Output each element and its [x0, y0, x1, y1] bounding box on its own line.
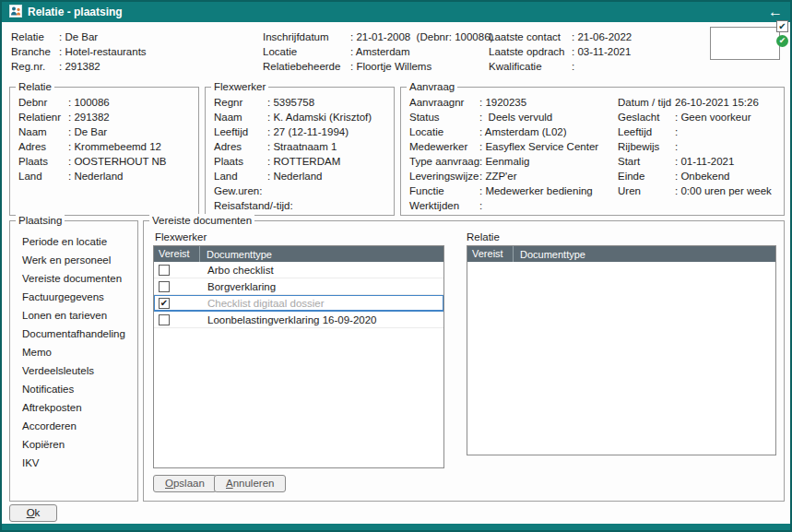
- document-row-arbo-checklist[interactable]: Arbo checklist: [154, 262, 443, 278]
- column-header-documenttype: Documenttype: [200, 249, 272, 260]
- field-locatie: Locatie: Amsterdam (L02): [409, 124, 598, 139]
- field-value: : De Bar: [68, 124, 107, 139]
- field-value: : ZZP'er: [479, 169, 517, 183]
- field-label: Locatie: [409, 124, 479, 139]
- annuleren-button[interactable]: Annuleren: [214, 475, 286, 492]
- menu-item-memo[interactable]: Memo: [14, 343, 136, 361]
- header-column-inschrijving: Inschrijfdatum: 21-01-2008 (Debnr: 10008…: [263, 30, 493, 74]
- header-column-relatie: Relatie: De Bar Branche: Hotel-restauran…: [11, 30, 147, 74]
- field-value: : Straatnaam 1: [267, 139, 337, 154]
- field-value: : Nederland: [68, 169, 123, 183]
- checkbox-cell: [154, 298, 200, 309]
- field-value: : 0:00 uren per week: [675, 183, 772, 198]
- field-value: : Krommebeemd 12: [68, 139, 161, 154]
- table-body: Arbo checklist Borgverklaring Checklist …: [154, 262, 443, 328]
- field-value: : Geen voorkeur: [675, 110, 751, 124]
- menu-item-vereiste-documenten[interactable]: Vereiste documenten: [14, 269, 136, 288]
- field-value: : Nederland: [267, 169, 322, 183]
- aanvraag-fields-left: Aanvraagnr: 1920235 Status: Deels vervul…: [409, 95, 598, 213]
- field-medewerker: Medewerker: Easyflex Service Center: [409, 139, 598, 154]
- field-inschrijfdatum: Inschrijfdatum: 21-01-2008 (Debnr: 10008…: [263, 30, 493, 44]
- relatie-documents-table: Vereist Documenttype: [467, 245, 776, 455]
- field-land: Land: Nederland: [214, 169, 390, 183]
- column-header-vereist: Vereist: [154, 246, 200, 262]
- titlebar: Relatie - plaatsing ←: [2, 2, 790, 22]
- field-label: Land: [18, 169, 68, 183]
- aanvraag-fields-right: Datum / tijd26-10-2021 15:26 Geslacht: G…: [618, 95, 772, 198]
- checkbox-cell: [154, 265, 200, 276]
- back-arrow-icon[interactable]: ←: [768, 5, 783, 19]
- field-laatste-contact: Laatste contact: 21-06-2022: [489, 30, 632, 44]
- vereist-checkbox[interactable]: [159, 265, 170, 276]
- field-label: Naam: [214, 110, 267, 124]
- field-geslacht: Geslacht: Geen voorkeur: [618, 110, 772, 124]
- field-value: : 01-11-2021: [675, 154, 734, 169]
- vereist-checkbox[interactable]: [159, 281, 170, 292]
- window-title: Relatie - plaatsing: [28, 6, 123, 18]
- annuleren-button-label: Annuleren: [226, 478, 274, 489]
- document-name: Arbo checklist: [200, 265, 274, 276]
- field-value: : Floortje Willems: [350, 59, 431, 74]
- menu-item-accorderen[interactable]: Accorderen: [14, 417, 136, 435]
- relatie-fields: Debnr: 100086 Relatienr: 291382 Naam: De…: [18, 95, 195, 183]
- field-leeftijd: Leeftijd: 27 (12-11-1994): [214, 124, 390, 139]
- document-name: Loonbelastingverklaring 16-09-2020: [200, 314, 377, 325]
- header-checkbox[interactable]: [776, 20, 788, 32]
- plaatsing-legend: Plaatsing: [16, 214, 65, 227]
- field-label: Datum / tijd: [618, 95, 675, 110]
- checkbox-cell: [154, 281, 200, 292]
- field-rijbewijs: Rijbewijs:: [618, 139, 772, 154]
- field-datum-tijd: Datum / tijd26-10-2021 15:26: [618, 95, 772, 110]
- menu-item-kopieren[interactable]: Kopiëren: [14, 435, 136, 454]
- field-value: : Amsterdam: [350, 44, 410, 59]
- document-row-checklist-digitaal-dossier[interactable]: Checklist digitaal dossier: [154, 295, 443, 312]
- ok-button[interactable]: Ok: [9, 504, 57, 522]
- vereist-checkbox[interactable]: [159, 298, 170, 309]
- field-label: Status: [409, 110, 479, 124]
- field-value: :: [675, 139, 678, 154]
- menu-item-documentafhandeling[interactable]: Documentafhandeling: [14, 325, 136, 343]
- relatie-legend: Relatie: [16, 80, 54, 93]
- field-value: : 291382: [68, 110, 110, 124]
- field-label: Inschrijfdatum: [263, 30, 350, 44]
- relatie-table-label: Relatie: [467, 231, 500, 243]
- field-regnr: Reg.nr.: 291382: [11, 59, 147, 74]
- field-locatie: Locatie: Amsterdam: [263, 44, 493, 59]
- vereist-checkbox[interactable]: [159, 314, 170, 325]
- menu-item-aftrekposten[interactable]: Aftrekposten: [14, 398, 136, 417]
- field-gew-uren: Gew.uren:: [214, 183, 390, 198]
- table-header: Vereist Documenttype: [154, 246, 443, 262]
- field-value: : ROTTERDAM: [267, 154, 340, 169]
- menu-item-notificaties[interactable]: Notificaties: [14, 380, 136, 398]
- field-label: Functie: [409, 183, 479, 198]
- menu-item-werk-en-personeel[interactable]: Werk en personeel: [14, 251, 136, 269]
- field-value: : 21-01-2008 (Debnr: 100086): [350, 30, 493, 44]
- column-header-documenttype: Documenttype: [514, 249, 585, 260]
- document-row-borgverklaring[interactable]: Borgverklaring: [154, 278, 443, 295]
- menu-item-ikv[interactable]: IKV: [14, 454, 136, 472]
- menu-item-verdeelsleutels[interactable]: Verdeelsleutels: [14, 361, 136, 380]
- opslaan-button[interactable]: Opslaan: [153, 475, 217, 492]
- field-value: 26-10-2021 15:26: [675, 95, 759, 110]
- field-status: Status: Deels vervuld: [409, 110, 598, 124]
- flexwerker-documents-table: Vereist Documenttype Arbo checklist Borg…: [153, 245, 444, 468]
- field-naam: Naam: De Bar: [18, 124, 195, 139]
- flexwerker-table-label: Flexwerker: [155, 231, 207, 243]
- menu-item-lonen-en-tarieven[interactable]: Lonen en tarieven: [14, 306, 136, 325]
- field-value: :: [675, 124, 678, 139]
- document-row-loonbelastingverklaring[interactable]: Loonbelastingverklaring 16-09-2020: [154, 312, 443, 328]
- field-value: : 291382: [59, 59, 100, 74]
- vereiste-documenten-fieldset: Vereiste documenten Flexwerker Vereist D…: [143, 220, 785, 502]
- column-header-vereist: Vereist: [467, 246, 514, 262]
- field-label: Kwalificatie: [489, 59, 572, 74]
- menu-item-factuurgegevens[interactable]: Factuurgegevens: [14, 288, 136, 306]
- field-value: : 1920235: [479, 95, 526, 110]
- field-aanvraagnr: Aanvraagnr: 1920235: [409, 95, 598, 110]
- field-adres: Adres: Krommebeemd 12: [18, 139, 195, 154]
- field-label: Locatie: [263, 44, 350, 59]
- field-branche: Branche: Hotel-restaurants: [11, 44, 147, 59]
- menu-item-periode-en-locatie[interactable]: Periode en locatie: [14, 232, 136, 251]
- field-label: Naam: [18, 124, 68, 139]
- field-value: : OOSTERHOUT NB: [68, 154, 167, 169]
- field-value: : Eenmalig: [479, 154, 529, 169]
